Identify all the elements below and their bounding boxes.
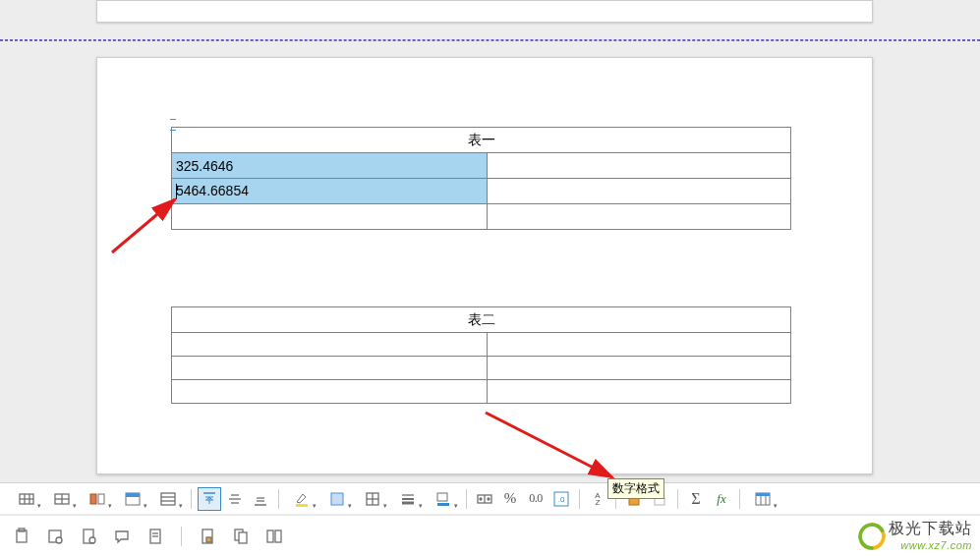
table1-cell-r3c1[interactable]: [172, 204, 488, 230]
separator: [579, 489, 580, 509]
align-middle-button[interactable]: [223, 487, 247, 511]
number-format-tooltip: 数字格式: [607, 478, 664, 499]
page-break-line: [0, 39, 980, 41]
notes-button[interactable]: [144, 525, 167, 548]
highlight-button[interactable]: [285, 487, 318, 511]
table1-title[interactable]: 表一: [172, 128, 791, 153]
table-toolbar: % 0.0 .0 AZ Σ fx: [0, 482, 980, 514]
watermark-logo-icon: [857, 522, 887, 551]
separator: [278, 489, 279, 509]
obj-properties-button[interactable]: [43, 525, 67, 548]
svg-rect-12: [126, 493, 140, 497]
svg-rect-25: [296, 504, 308, 507]
separator: [191, 489, 192, 509]
table2-cell-r3c2[interactable]: [488, 380, 791, 404]
svg-rect-47: [17, 530, 27, 542]
borders-button[interactable]: [356, 487, 389, 511]
protect-doc-button[interactable]: [196, 525, 219, 548]
formula-button[interactable]: fx: [710, 487, 733, 511]
autofit-button[interactable]: [473, 487, 496, 511]
watermark-name: 极光下载站: [889, 519, 972, 539]
svg-rect-26: [331, 493, 343, 505]
table-properties-button[interactable]: [151, 487, 185, 511]
number-format-button[interactable]: .0: [549, 487, 573, 511]
svg-rect-60: [267, 530, 273, 542]
table1-cell-r2c1[interactable]: 5464.66854: [172, 179, 488, 204]
svg-rect-33: [437, 493, 447, 501]
table2-cell-r2c1[interactable]: [172, 357, 488, 380]
table-one[interactable]: 表一 325.4646 5464.66854: [171, 127, 791, 230]
separator: [739, 489, 740, 509]
separator: [677, 489, 678, 509]
table-two[interactable]: 表二: [171, 306, 791, 404]
svg-rect-61: [275, 530, 281, 542]
table-wizard-button[interactable]: [746, 487, 779, 511]
align-top-button[interactable]: [198, 487, 221, 511]
line-style-button[interactable]: [391, 487, 425, 511]
svg-point-52: [89, 537, 95, 543]
svg-rect-9: [90, 494, 96, 504]
table2-cell-r1c1[interactable]: [172, 333, 488, 357]
insert-row-button[interactable]: [10, 487, 43, 511]
table2-cell-r1c2[interactable]: [488, 333, 791, 357]
table2-title[interactable]: 表二: [172, 307, 791, 333]
percent-button[interactable]: %: [498, 487, 522, 511]
table1-cell-r1c1[interactable]: 325.4646: [172, 153, 488, 179]
split-cell-button[interactable]: [81, 487, 114, 511]
border-style-button[interactable]: [320, 487, 354, 511]
copy-doc-button[interactable]: [229, 525, 253, 548]
secondary-toolbar: [0, 515, 980, 556]
watermark-url: www.xz7.com: [889, 539, 972, 551]
svg-rect-10: [98, 494, 104, 504]
sort-button[interactable]: AZ: [586, 487, 609, 511]
svg-rect-44: [756, 493, 770, 496]
delete-row-button[interactable]: [45, 487, 79, 511]
table-corner-handle[interactable]: [170, 119, 176, 131]
watermark: 极光下载站 www.xz7.com: [889, 519, 972, 551]
svg-rect-13: [161, 493, 175, 505]
decimal-button[interactable]: 0.0: [524, 487, 548, 511]
table1-cell-r2c2[interactable]: [488, 179, 791, 204]
table2-cell-r3c1[interactable]: [172, 380, 488, 404]
svg-point-37: [480, 498, 482, 500]
table1-cell-r1c2[interactable]: [488, 153, 791, 179]
align-bottom-button[interactable]: [249, 487, 272, 511]
svg-rect-59: [239, 532, 247, 543]
svg-rect-57: [206, 537, 211, 542]
table1-cell-r3c2[interactable]: [488, 204, 791, 230]
table2-cell-r2c2[interactable]: [488, 357, 791, 380]
separator: [466, 489, 467, 509]
select-table-button[interactable]: [116, 487, 149, 511]
svg-point-38: [488, 498, 490, 500]
paste-button[interactable]: [10, 525, 33, 548]
doc-info-button[interactable]: [77, 525, 100, 548]
separator: [181, 527, 182, 546]
document-page[interactable]: 表一 325.4646 5464.66854 表二: [96, 57, 873, 474]
comment-button[interactable]: [110, 525, 134, 548]
svg-text:.0: .0: [558, 495, 565, 504]
compare-button[interactable]: [262, 525, 286, 548]
fill-color-button[interactable]: [427, 487, 460, 511]
prev-page-edge: [96, 0, 873, 23]
sum-button[interactable]: Σ: [684, 487, 708, 511]
svg-rect-34: [437, 503, 449, 506]
svg-point-50: [56, 537, 62, 543]
